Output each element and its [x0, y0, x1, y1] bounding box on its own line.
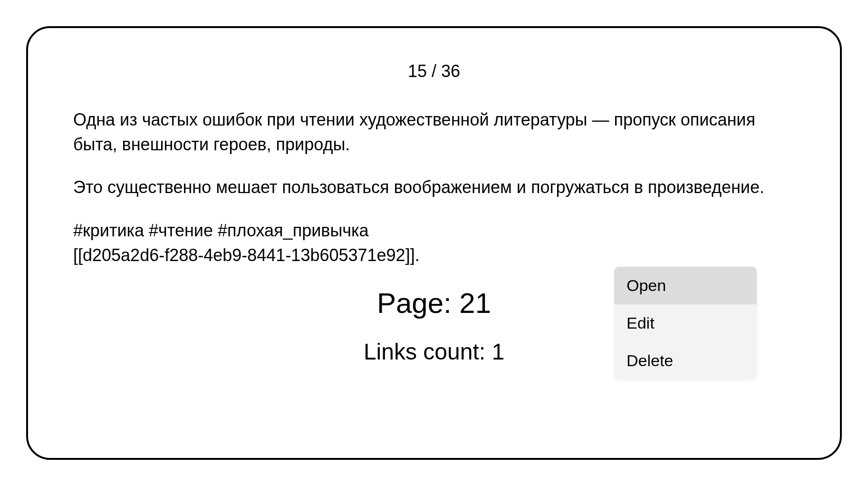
note-tags-block: #критика #чтение #плохая_привычка [[d205…	[73, 218, 795, 268]
context-menu: Open Edit Delete	[614, 267, 757, 379]
note-tags: #критика #чтение #плохая_привычка	[73, 218, 795, 243]
menu-item-open[interactable]: Open	[614, 267, 757, 304]
note-paragraph: Это существенно мешает пользоваться вооб…	[73, 175, 795, 200]
card-counter: 15 / 36	[73, 61, 795, 81]
menu-item-delete[interactable]: Delete	[614, 342, 757, 379]
note-card: 15 / 36 Одна из частых ошибок при чтении…	[26, 26, 842, 460]
note-link-ref: [[d205a2d6-f288-4eb9-8441-13b605371e92]]…	[73, 243, 795, 268]
note-paragraph: Одна из частых ошибок при чтении художес…	[73, 107, 795, 157]
note-content: Одна из частых ошибок при чтении художес…	[73, 107, 795, 268]
menu-item-edit[interactable]: Edit	[614, 304, 757, 342]
